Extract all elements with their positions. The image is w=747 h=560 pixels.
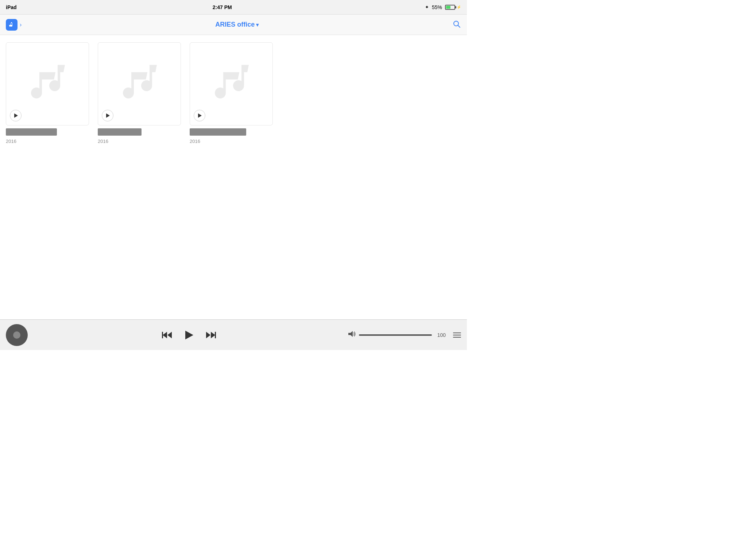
disc-center [13,331,20,339]
volume-icon [348,331,356,339]
status-bar: iPad 2:47 PM ✦ 55% ⚡ [0,0,467,15]
album-thumbnail-2 [98,42,181,125]
music-app-icon[interactable] [6,19,18,31]
svg-marker-7 [206,332,210,338]
svg-marker-5 [185,331,193,339]
nav-chevron-right: › [20,22,22,28]
battery-percent: 55% [432,4,442,10]
svg-marker-2 [163,332,167,338]
skip-forward-button[interactable] [206,331,216,339]
album-year-2: 2016 [98,139,181,144]
nav-dropdown-chevron: ▾ [256,22,259,28]
svg-rect-4 [162,332,163,338]
nav-left: › [6,19,22,31]
charge-icon: ⚡ [457,5,461,9]
play-triangle-3 [198,113,202,118]
album-year-1: 2016 [6,139,89,144]
album-title-bar-2 [98,128,142,136]
play-pause-button[interactable] [184,330,194,340]
bluetooth-icon: ✦ [425,4,429,10]
now-playing-thumbnail [6,324,28,346]
volume-section: 100 [344,331,461,339]
svg-rect-8 [215,332,216,338]
play-triangle-2 [106,113,110,118]
playback-controls [34,330,344,340]
album-thumbnail-1 [6,42,89,125]
volume-fill [359,334,432,336]
play-button-2[interactable] [102,110,113,121]
album-title-bar-1 [6,128,57,136]
album-title-bar-3 [190,128,246,136]
album-card-2[interactable]: 2016 [98,42,181,312]
play-button-3[interactable] [194,110,205,121]
nav-bar: › ARIES office ▾ [0,15,467,35]
nav-title-text: ARIES office [215,21,255,28]
svg-marker-6 [211,332,215,338]
queue-menu-button[interactable] [453,332,461,338]
status-right: ✦ 55% ⚡ [425,4,461,10]
main-content: 2016 2016 2016 [0,35,467,319]
player-bar: 100 [0,319,467,350]
volume-value: 100 [435,332,446,338]
volume-slider[interactable] [359,334,432,336]
play-button-1[interactable] [10,110,22,121]
nav-title[interactable]: ARIES office ▾ [215,21,259,28]
svg-line-1 [458,26,460,28]
status-time: 2:47 PM [213,4,232,10]
album-card-3[interactable]: 2016 [190,42,273,312]
status-left: iPad [6,4,20,10]
skip-back-button[interactable] [162,331,172,339]
svg-marker-3 [167,332,172,338]
album-year-3: 2016 [190,139,273,144]
play-triangle-1 [14,113,18,118]
search-button[interactable] [452,20,461,30]
album-card-1[interactable]: 2016 [6,42,89,312]
device-label: iPad [6,4,17,10]
battery-indicator: ⚡ [445,5,461,10]
album-thumbnail-3 [190,42,273,125]
svg-marker-9 [348,331,353,337]
